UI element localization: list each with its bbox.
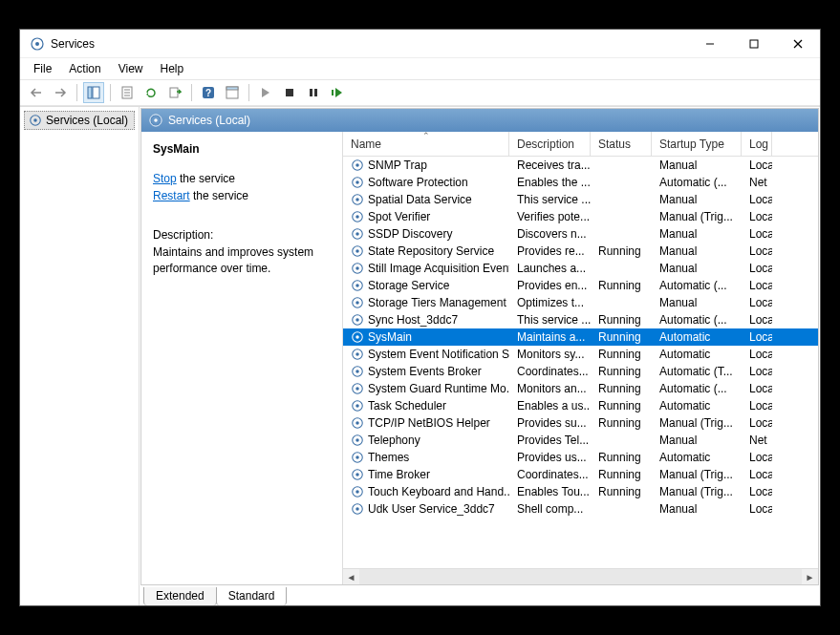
- gear-icon: [351, 279, 364, 292]
- help-button[interactable]: ?: [198, 82, 219, 103]
- gear-icon: [351, 193, 364, 206]
- cell-logon: Loca: [742, 330, 772, 344]
- tab-extended[interactable]: Extended: [143, 587, 217, 605]
- menu-action[interactable]: Action: [61, 60, 108, 77]
- service-row[interactable]: System Event Notification S...Monitors s…: [343, 346, 818, 363]
- service-row[interactable]: Storage ServiceProvides en...RunningAuto…: [343, 277, 818, 294]
- properties-button[interactable]: [117, 82, 138, 103]
- svg-point-43: [355, 301, 359, 305]
- nav-back-button[interactable]: [26, 82, 47, 103]
- column-header-logon[interactable]: Log: [742, 132, 772, 156]
- cell-status: Running: [591, 382, 652, 395]
- cell-name: Still Image Acquisition Events: [343, 262, 509, 275]
- description-heading: Description:: [153, 227, 331, 243]
- tree-item-services-local[interactable]: Services (Local): [24, 111, 135, 130]
- restart-service-button[interactable]: [327, 82, 348, 103]
- menu-help[interactable]: Help: [153, 60, 192, 77]
- service-row[interactable]: SNMP TrapReceives tra...ManualLoca: [343, 157, 818, 174]
- column-header-description[interactable]: Description: [509, 132, 591, 156]
- detail-pane: SysMain Stop the service Restart the ser…: [141, 132, 342, 584]
- cell-status: Running: [591, 485, 652, 498]
- refresh-button[interactable]: [140, 82, 162, 103]
- column-header-status[interactable]: Status: [591, 132, 652, 156]
- service-row[interactable]: Touch Keyboard and Hand...Enables Tou...…: [343, 483, 818, 500]
- tab-standard[interactable]: Standard: [216, 587, 288, 605]
- cell-description: Verifies pote...: [509, 210, 591, 223]
- service-row[interactable]: Still Image Acquisition EventsLaunches a…: [343, 260, 818, 277]
- cell-status: Running: [591, 348, 652, 361]
- service-row[interactable]: Software ProtectionEnables the ...Automa…: [343, 174, 818, 191]
- cell-description: This service ...: [509, 313, 591, 327]
- cell-description: Optimizes t...: [509, 296, 591, 309]
- service-row[interactable]: SSDP DiscoveryDiscovers n...ManualLoca: [343, 225, 818, 243]
- gear-icon: [351, 382, 364, 395]
- cell-startup: Manual (Trig...: [652, 468, 742, 481]
- cell-startup: Manual (Trig...: [652, 485, 742, 498]
- svg-rect-6: [88, 87, 92, 98]
- start-service-button[interactable]: [255, 82, 276, 103]
- service-row[interactable]: Spatial Data ServiceThis service ...Manu…: [343, 191, 818, 208]
- cell-name: Themes: [343, 451, 509, 464]
- minimize-button[interactable]: [688, 30, 732, 58]
- maximize-button[interactable]: [732, 30, 776, 58]
- service-row[interactable]: Sync Host_3ddc7This service ...RunningAu…: [343, 311, 818, 328]
- show-hide-tree-button[interactable]: [83, 82, 104, 103]
- svg-point-59: [355, 438, 359, 442]
- cell-startup: Automatic (...: [652, 279, 742, 292]
- service-row[interactable]: State Repository ServiceProvides re...Ru…: [343, 243, 818, 260]
- gear-icon: [351, 502, 364, 516]
- service-row[interactable]: Time BrokerCoordinates...RunningManual (…: [343, 466, 818, 483]
- service-row[interactable]: Udk User Service_3ddc7Shell comp...Manua…: [343, 500, 818, 518]
- gear-icon: [351, 262, 364, 275]
- cell-name: Time Broker: [343, 468, 509, 481]
- cell-logon: Loca: [742, 262, 772, 275]
- cell-description: Launches a...: [509, 262, 591, 275]
- cell-startup: Manual: [652, 296, 742, 309]
- horizontal-scrollbar[interactable]: ◄ ►: [343, 568, 818, 584]
- services-list-rows[interactable]: SNMP TrapReceives tra...ManualLocaSoftwa…: [343, 157, 818, 568]
- cell-status: Running: [591, 313, 652, 327]
- restart-service-link[interactable]: Restart: [153, 189, 190, 202]
- column-header-name[interactable]: Name⌃: [343, 132, 509, 156]
- sort-ascending-icon: ⌃: [422, 132, 430, 140]
- cell-name: SNMP Trap: [343, 159, 509, 172]
- service-row[interactable]: Spot VerifierVerifies pote...Manual (Tri…: [343, 208, 818, 225]
- gear-icon: [351, 210, 364, 223]
- cell-description: Provides en...: [509, 279, 591, 292]
- cell-description: Monitors an...: [509, 382, 591, 395]
- cell-startup: Automatic (...: [652, 313, 742, 327]
- gear-icon: [351, 485, 364, 498]
- service-row[interactable]: TelephonyProvides Tel...ManualNet: [343, 432, 818, 449]
- cell-description: Coordinates...: [509, 468, 591, 481]
- svg-rect-20: [332, 90, 334, 95]
- menu-file[interactable]: File: [26, 60, 59, 77]
- gear-icon: [351, 468, 364, 481]
- main-area: Services (Local) Services (Local) SysMai…: [20, 106, 820, 605]
- service-row[interactable]: SysMainMaintains a...RunningAutomaticLoc…: [343, 328, 818, 346]
- show-hide-action-pane-button[interactable]: [222, 82, 243, 103]
- service-row[interactable]: Task SchedulerEnables a us...RunningAuto…: [343, 397, 818, 414]
- svg-point-53: [355, 387, 359, 391]
- svg-point-41: [355, 284, 359, 287]
- content-header: Services (Local): [141, 109, 818, 132]
- cell-name: Touch Keyboard and Hand...: [343, 485, 509, 498]
- pause-service-button[interactable]: [303, 82, 324, 103]
- service-row[interactable]: ThemesProvides us...RunningAutomaticLoca: [343, 449, 818, 466]
- service-row[interactable]: System Events BrokerCoordinates...Runnin…: [343, 363, 818, 380]
- stop-service-link[interactable]: Stop: [153, 172, 177, 185]
- export-list-button[interactable]: [164, 82, 185, 103]
- service-row[interactable]: Storage Tiers ManagementOptimizes t...Ma…: [343, 294, 818, 311]
- cell-description: Shell comp...: [509, 502, 591, 516]
- nav-forward-button[interactable]: [50, 82, 71, 103]
- scroll-right-icon[interactable]: ►: [802, 569, 818, 585]
- close-button[interactable]: [776, 30, 820, 58]
- scroll-left-icon[interactable]: ◄: [343, 569, 359, 585]
- service-row[interactable]: TCP/IP NetBIOS HelperProvides su...Runni…: [343, 414, 818, 432]
- column-header-startup[interactable]: Startup Type: [652, 132, 742, 156]
- stop-service-button[interactable]: [279, 82, 300, 103]
- cell-name: SysMain: [343, 330, 509, 344]
- svg-point-45: [355, 318, 359, 322]
- service-row[interactable]: System Guard Runtime Mo...Monitors an...…: [343, 380, 818, 397]
- menu-view[interactable]: View: [111, 60, 151, 77]
- window-title: Services: [51, 37, 688, 51]
